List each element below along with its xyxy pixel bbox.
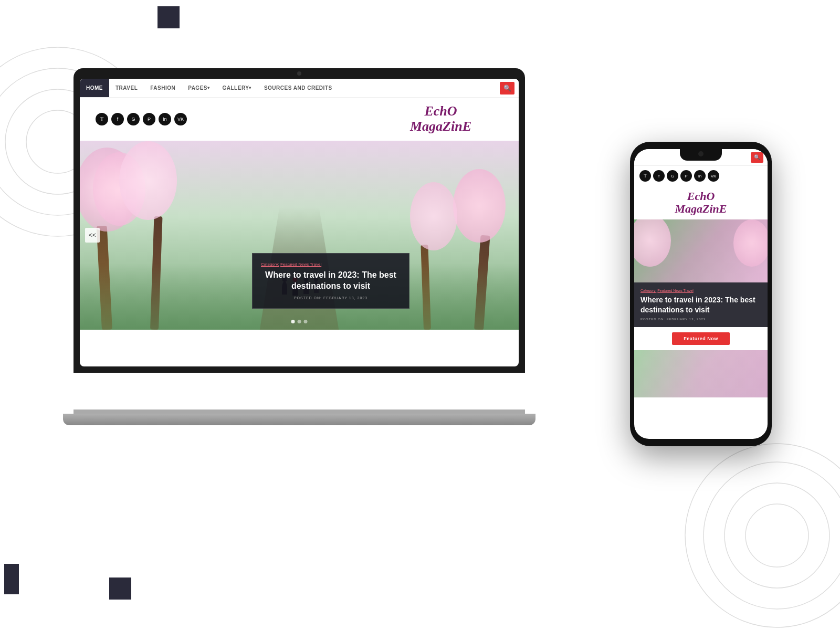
phone-screen: 🔍 𝕋 f G P in VK EchO MagaZinE <box>634 149 768 439</box>
phone-social-instagram[interactable]: in <box>694 170 706 182</box>
social-pinterest[interactable]: P <box>143 113 155 125</box>
phone-card-category: Category: Featured News Travel <box>640 289 761 292</box>
nav-travel[interactable]: TRAVEL <box>109 79 144 97</box>
laptop-mockup: HOME TRAVEL FASHION PAGES GALLERY SOURCE… <box>74 68 530 425</box>
nav-gallery[interactable]: GALLERY <box>216 79 258 97</box>
social-googleplus[interactable]: G <box>127 113 140 125</box>
phone-mockup: 🔍 𝕋 f G P in VK EchO MagaZinE <box>630 142 772 446</box>
card-date: POSTED ON: FEBRUARY 13, 2023 <box>261 296 401 300</box>
phone-body: 🔍 𝕋 f G P in VK EchO MagaZinE <box>630 142 772 446</box>
phone-social-pinterest[interactable]: P <box>680 170 692 182</box>
dot-3[interactable] <box>304 320 308 323</box>
nav-search-button[interactable]: 🔍 <box>500 82 514 94</box>
social-instagram[interactable]: in <box>159 113 171 125</box>
social-vk[interactable]: VK <box>174 113 187 125</box>
phone-search-button[interactable]: 🔍 <box>751 152 763 163</box>
laptop-hero: << Category: Featured News Travel Where … <box>80 141 519 330</box>
nav-pages[interactable]: PAGES <box>182 79 216 97</box>
category-links[interactable]: Featured News Travel <box>280 262 321 267</box>
phone-social-row: 𝕋 f G P in VK <box>634 166 768 186</box>
laptop-logo: EchO MagaZinE <box>410 104 471 134</box>
search-icon: 🔍 <box>503 85 511 92</box>
nav-fashion[interactable]: FASHION <box>144 79 182 97</box>
laptop-screen: HOME TRAVEL FASHION PAGES GALLERY SOURCE… <box>80 79 519 366</box>
laptop-base <box>63 414 536 425</box>
phone-thumb-overlay <box>634 350 768 397</box>
phone-search-icon: 🔍 <box>754 154 760 160</box>
phone-thumbnail <box>634 350 768 397</box>
phone-social-twitter[interactable]: 𝕋 <box>639 170 651 182</box>
nav-sources[interactable]: SOURCES AND CREDITS <box>258 79 339 97</box>
deco-square-bl <box>4 564 19 594</box>
laptop-body: HOME TRAVEL FASHION PAGES GALLERY SOURCE… <box>74 68 525 373</box>
social-icons-row: 𝕋 f G P in VK <box>96 113 187 125</box>
phone-hero <box>634 219 768 282</box>
deco-square-tl <box>158 6 180 28</box>
laptop-header: 𝕋 f G P in VK EchO MagaZinE <box>80 98 519 141</box>
prev-arrow-icon: << <box>89 232 96 239</box>
card-title: Where to travel in 2023: The best destin… <box>261 270 401 292</box>
hero-dots <box>291 320 308 323</box>
social-twitter[interactable]: 𝕋 <box>96 113 108 125</box>
laptop-hinge <box>74 410 525 414</box>
featured-now-button[interactable]: Featured Now <box>672 332 730 345</box>
dot-2[interactable] <box>298 320 301 323</box>
phone-article-card: Category: Featured News Travel Where to … <box>634 282 768 327</box>
scene: HOME TRAVEL FASHION PAGES GALLERY SOURCE… <box>52 26 788 604</box>
phone-social-vk[interactable]: VK <box>708 170 719 182</box>
nav-home[interactable]: HOME <box>80 79 109 97</box>
phone-social-googleplus[interactable]: G <box>667 170 678 182</box>
laptop-camera <box>297 71 301 76</box>
phone-card-date: POSTED ON: FEBRUARY 13, 2023 <box>640 318 761 321</box>
phone-featured-section: Featured Now <box>634 327 768 350</box>
laptop-nav: HOME TRAVEL FASHION PAGES GALLERY SOURCE… <box>80 79 519 98</box>
social-facebook[interactable]: f <box>111 113 124 125</box>
dot-1[interactable] <box>291 320 295 323</box>
hero-prev-button[interactable]: << <box>85 228 100 243</box>
phone-card-title: Where to travel in 2023: The best destin… <box>640 295 761 314</box>
phone-camera <box>698 151 704 156</box>
phone-category-links[interactable]: Featured News Travel <box>657 289 693 292</box>
card-category: Category: Featured News Travel <box>261 262 401 267</box>
phone-logo: EchO MagaZinE <box>634 186 768 219</box>
phone-social-facebook[interactable]: f <box>653 170 665 182</box>
laptop-article-card: Category: Featured News Travel Where to … <box>252 253 410 309</box>
